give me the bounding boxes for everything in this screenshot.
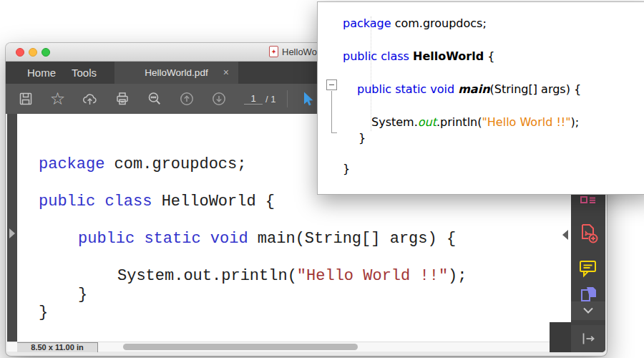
code-token: "Hello World !!" — [482, 115, 570, 129]
status-bar: 8.50 x 11.00 in — [7, 342, 570, 352]
code-line: } — [343, 162, 350, 175]
cloud-upload-icon[interactable] — [82, 91, 98, 107]
minimize-window-button[interactable] — [29, 48, 37, 57]
chevron-down-icon — [584, 309, 592, 313]
page-size-badge: 8.50 x 11.00 in — [17, 342, 98, 352]
code-token: "Hello World !!" — [297, 267, 448, 285]
more-tools-button[interactable] — [571, 301, 605, 320]
code-line: } — [358, 131, 366, 145]
code-token: public static void — [78, 230, 248, 248]
page-number-input[interactable]: 1 — [244, 93, 263, 105]
source-editor-window: package com.groupdocs;public class Hello… — [317, 1, 644, 195]
code-token: main(String[] args) { — [248, 230, 456, 248]
close-window-button[interactable] — [16, 48, 24, 57]
code-token: com.groupdocs; — [104, 155, 246, 173]
code-token: package — [39, 155, 104, 173]
tab-tools[interactable]: Tools — [72, 62, 97, 84]
select-pointer-icon[interactable] — [299, 91, 316, 107]
code-line: } — [78, 286, 87, 304]
code-line: public class HelloWorld { — [39, 193, 275, 211]
pdf-file-icon: ✦ — [269, 46, 278, 57]
search-icon[interactable] — [146, 91, 162, 107]
code-token: main — [458, 82, 489, 96]
code-line: package com.groupdocs; — [39, 155, 246, 173]
create-pdf-icon[interactable] — [579, 223, 597, 244]
code-token: public class — [39, 193, 152, 211]
tab-home[interactable]: Home — [27, 62, 56, 84]
code-token: ); — [448, 267, 467, 285]
code-token: } — [39, 304, 48, 321]
code-line: System.out.println("Hello World !!"); — [117, 267, 467, 285]
code-token: } — [343, 162, 350, 175]
code-line: System.out.println("Hello World !!"); — [371, 115, 579, 129]
code-line: } — [39, 304, 48, 321]
code-token: package — [343, 16, 391, 30]
code-line: public static void main(String[] args) { — [357, 82, 581, 96]
page-down-icon[interactable] — [210, 91, 227, 107]
open-pane-icon — [580, 332, 596, 346]
code-token: } — [78, 286, 87, 304]
open-tools-pane-button[interactable] — [571, 325, 605, 352]
zoom-window-button[interactable] — [42, 48, 50, 57]
left-nav-strip — [7, 114, 17, 342]
code-token: public class — [343, 49, 413, 63]
code-token: public static void — [357, 82, 458, 96]
page-up-icon[interactable] — [178, 91, 195, 107]
code-token: } — [358, 131, 366, 145]
tab-document[interactable]: HelloWorld.pdf × — [114, 62, 238, 84]
star-icon[interactable]: ☆ — [49, 91, 66, 107]
source-code-block: package com.groupdocs;public class Hello… — [318, 2, 644, 194]
print-icon[interactable] — [114, 91, 130, 107]
collapse-tools-pane-icon[interactable] — [562, 230, 568, 240]
code-line: public class HelloWorld { — [343, 49, 494, 63]
comment-icon[interactable] — [579, 259, 597, 281]
code-token: System. — [371, 115, 418, 129]
code-line: public static void main(String[] args) { — [78, 230, 456, 248]
horizontal-scrollbar[interactable] — [123, 344, 358, 350]
code-token: (String[] args) { — [490, 82, 582, 96]
code-token: .println( — [436, 115, 482, 129]
code-token: { — [484, 49, 494, 63]
tab-document-label: HelloWorld.pdf — [145, 67, 208, 78]
code-line: package com.groupdocs; — [343, 16, 487, 30]
save-icon[interactable] — [17, 91, 34, 107]
code-token: HelloWorld { — [152, 193, 275, 211]
close-tab-icon[interactable]: × — [223, 67, 229, 78]
code-token: out — [418, 115, 436, 129]
code-token: com.groupdocs; — [391, 16, 487, 30]
page-total-label: / 1 — [265, 94, 275, 105]
tools-pane-notch — [550, 322, 571, 352]
open-nav-pane-icon[interactable] — [9, 228, 15, 238]
code-token: ); — [571, 115, 580, 129]
toolbar-divider — [287, 90, 288, 107]
code-token: System.out.println( — [117, 267, 297, 285]
code-token: HelloWorld — [413, 49, 484, 63]
